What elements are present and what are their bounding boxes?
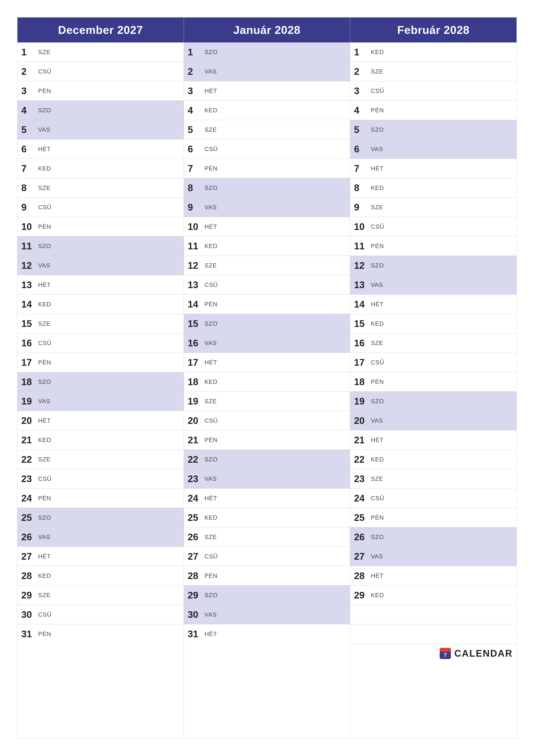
day-name: HÉT xyxy=(205,495,217,502)
day-row: 8SZO xyxy=(184,178,350,198)
day-number: 9 xyxy=(188,202,203,212)
day-row: 26SZE xyxy=(184,527,350,547)
day-row: 9VAS xyxy=(184,198,350,217)
calendar-logo-icon: 7 xyxy=(439,647,451,660)
day-row: 30VAS xyxy=(184,605,350,624)
day-name: CSŰ xyxy=(38,611,51,618)
day-number: 18 xyxy=(188,377,203,387)
day-row: 14PÉN xyxy=(184,295,350,314)
day-row: 23VAS xyxy=(184,469,350,489)
day-row: 31PÉN xyxy=(17,624,184,644)
day-row: 16CSŰ xyxy=(17,334,184,353)
day-number: 6 xyxy=(354,145,369,154)
day-name: SZE xyxy=(205,534,217,540)
day-number: 31 xyxy=(21,629,37,639)
day-number: 11 xyxy=(354,241,369,251)
day-name: VAS xyxy=(205,339,217,346)
day-row: 28KED xyxy=(17,566,184,585)
day-name: PÉN xyxy=(205,165,218,172)
day-name: SZO xyxy=(371,126,384,133)
day-number: 5 xyxy=(354,125,369,134)
day-number: 28 xyxy=(188,571,203,580)
day-name: VAS xyxy=(371,282,383,288)
day-row: 23CSŰ xyxy=(17,469,184,489)
day-name: HÉT xyxy=(38,417,51,424)
day-name: CSŰ xyxy=(38,68,51,75)
day-name: SZE xyxy=(38,49,50,56)
day-number: 29 xyxy=(354,590,369,600)
day-number: 4 xyxy=(188,106,203,115)
day-name: HÉT xyxy=(205,359,217,366)
day-number: 24 xyxy=(354,494,369,503)
day-row: 18PÉN xyxy=(350,372,517,392)
day-number: 14 xyxy=(188,300,203,309)
day-number: 30 xyxy=(21,610,37,619)
day-number: 2 xyxy=(21,67,37,76)
day-number: 21 xyxy=(21,435,37,445)
page: December 20271SZE2CSŰ3PÉN4SZO5VAS6HÉT7KE… xyxy=(0,0,534,756)
day-row: 24PÉN xyxy=(17,489,184,508)
day-name: KED xyxy=(371,184,384,191)
month-header-december-2027: December 2027 xyxy=(17,17,184,42)
day-row: 16VAS xyxy=(184,334,350,353)
day-name: SZO xyxy=(371,398,384,405)
month-column-februar-2028: Február 20281KED2SZE3CSŰ4PÉN5SZO6VAS7HÉT… xyxy=(350,17,517,739)
day-number: 16 xyxy=(188,338,203,348)
day-number: 23 xyxy=(21,474,37,484)
day-row: 29SZE xyxy=(17,585,184,605)
day-number: 22 xyxy=(21,455,37,464)
day-number: 10 xyxy=(188,222,203,231)
day-number: 14 xyxy=(354,300,369,309)
day-number: 7 xyxy=(21,164,37,173)
day-row: 15KED xyxy=(350,314,517,334)
day-row: 1SZE xyxy=(17,42,184,62)
day-row: 18KED xyxy=(184,372,350,392)
day-name: SZO xyxy=(38,514,51,521)
day-number: 29 xyxy=(21,590,37,600)
day-number: 7 xyxy=(188,164,203,173)
day-row: 19SZO xyxy=(350,392,517,411)
day-row: 11SZO xyxy=(17,236,184,256)
day-name: KED xyxy=(38,301,51,308)
day-number: 31 xyxy=(188,629,203,639)
day-name: VAS xyxy=(371,146,383,152)
day-row: 20HÉT xyxy=(17,411,184,430)
day-row: 7HÉT xyxy=(350,159,517,178)
day-name: VAS xyxy=(38,534,50,540)
day-name: VAS xyxy=(205,475,217,482)
day-number: 4 xyxy=(354,106,369,115)
day-name: PÉN xyxy=(38,631,51,637)
day-row: 25KED xyxy=(184,508,350,527)
day-row: 19VAS xyxy=(17,392,184,411)
logo-text: CALENDAR xyxy=(454,648,513,659)
svg-text:7: 7 xyxy=(444,652,447,658)
day-number: 27 xyxy=(188,552,203,561)
day-row: 1SZO xyxy=(184,42,350,62)
day-name: SZE xyxy=(371,68,383,75)
day-name: CSŰ xyxy=(38,339,51,346)
day-name: CSŰ xyxy=(371,495,384,502)
day-row: 23SZE xyxy=(350,469,517,489)
day-row: 17CSŰ xyxy=(350,353,517,372)
day-number: 21 xyxy=(188,435,203,445)
day-name: KED xyxy=(371,320,384,327)
day-number: 4 xyxy=(21,106,37,115)
day-name: SZO xyxy=(205,456,218,463)
day-number: 18 xyxy=(354,377,369,387)
day-name: VAS xyxy=(371,417,383,424)
day-name: KED xyxy=(205,107,218,114)
day-name: SZE xyxy=(38,592,50,599)
day-row: 16SZE xyxy=(350,334,517,353)
day-name: PÉN xyxy=(371,243,384,250)
day-row: 3HÉT xyxy=(184,81,350,101)
day-name: SZE xyxy=(371,475,383,482)
day-number: 26 xyxy=(354,532,369,542)
day-row: 22SZE xyxy=(17,450,184,469)
day-row-empty xyxy=(350,624,517,644)
day-name: SZE xyxy=(38,184,50,191)
day-name: HÉT xyxy=(205,88,217,94)
day-number: 30 xyxy=(188,610,203,619)
day-row: 6VAS xyxy=(350,139,517,159)
day-name: KED xyxy=(371,592,384,599)
day-name: VAS xyxy=(371,553,383,560)
